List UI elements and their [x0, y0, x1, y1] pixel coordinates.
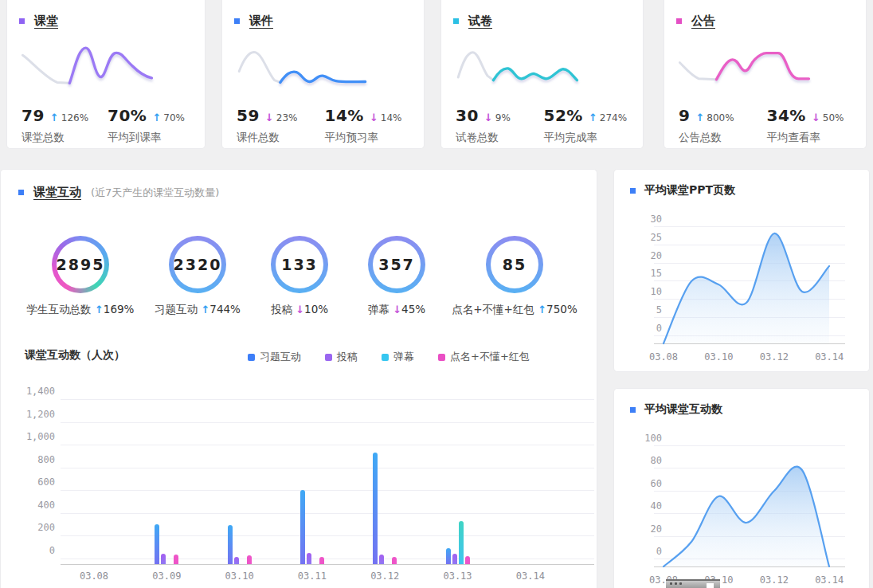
- slider-dots-icon: [670, 582, 682, 585]
- stat-value: 14%: [325, 106, 364, 125]
- legend-swatch-icon: [382, 354, 389, 361]
- trend-arrow-icon: ↑: [152, 112, 161, 123]
- legend-swatch-icon: [325, 354, 332, 361]
- stat-pct: 126%: [61, 112, 88, 123]
- bar-点名+不懂+红包-03.09: [174, 555, 178, 564]
- circle-value: 85: [503, 256, 527, 273]
- section-title-interaction[interactable]: 课堂互动: [33, 185, 81, 200]
- stat-label: 平均完成率: [544, 131, 632, 145]
- x-tick-label: 03.09: [139, 570, 194, 582]
- stat-value: 9: [679, 106, 690, 125]
- x-tick-label: 03.11: [284, 570, 340, 582]
- card-classroom: 课堂 79↑126% 课堂总数 70%↑70% 平均到课率: [6, 0, 206, 149]
- card-title-announcement[interactable]: 公告: [691, 14, 715, 29]
- stat-pct: 274%: [600, 112, 627, 123]
- circle-value: 133: [281, 256, 318, 273]
- stat-pct: 800%: [707, 112, 734, 123]
- bottom-slider-fragment[interactable]: [666, 579, 720, 588]
- y-tick-label: 200: [1, 522, 55, 533]
- bar-点名+不懂+红包-03.11: [319, 557, 324, 564]
- card-header: 课件: [222, 0, 424, 29]
- bar-投稿-03.12: [379, 555, 384, 564]
- card-header: 公告: [664, 0, 866, 29]
- card-courseware: 课件 59↓23% 课件总数 14%↓14% 平均预习率: [221, 0, 425, 149]
- card-title-courseware[interactable]: 课件: [249, 14, 273, 29]
- stat-label: 试卷总数: [456, 131, 544, 145]
- card-announcement: 公告 9↑800% 公告总数 34%↓50% 平均查看率: [664, 0, 867, 149]
- legend-label: 习题互动: [260, 350, 301, 364]
- card-testpaper: 试卷 30↓9% 试卷总数 52%↑274% 平均完成率: [440, 0, 644, 149]
- legend-swatch-icon: [438, 354, 445, 361]
- stat-pct: 70%: [163, 112, 185, 123]
- card-bullet-icon: [19, 18, 25, 24]
- card-header: 试卷: [441, 0, 643, 29]
- card-stats: 30↓9% 试卷总数 52%↑274% 平均完成率: [456, 106, 632, 145]
- avg-ppt-panel: 平均课堂PPT页数 30252015105003.0803.1003.1203.…: [613, 169, 870, 372]
- trend-arrow-icon: ↓: [393, 304, 401, 316]
- card-bullet-icon: [234, 18, 240, 24]
- card-title-classroom[interactable]: 课堂: [34, 14, 58, 29]
- bar-点名+不懂+红包-03.12: [392, 557, 397, 564]
- stat-col: 14%↓14% 平均预习率: [325, 106, 413, 145]
- gridline: [61, 490, 594, 491]
- circle-value: 357: [378, 256, 415, 273]
- legend-item-点名+不懂+红包[interactable]: 点名+不懂+红包: [438, 350, 530, 364]
- y-tick-label: 600: [1, 476, 55, 488]
- y-tick-label: 1,200: [1, 409, 55, 420]
- legend-item-投稿[interactable]: 投稿: [325, 350, 358, 364]
- slider-knob[interactable]: [707, 583, 714, 588]
- x-tick-label: 03.08: [66, 570, 122, 582]
- sparkline-color-segment: [493, 69, 577, 80]
- trend-arrow-icon: ↑: [589, 112, 597, 123]
- gridline: [61, 559, 594, 559]
- card-title-testpaper[interactable]: 试卷: [468, 14, 492, 29]
- sparkline-color-segment: [69, 48, 151, 83]
- progress-ring: 2895: [52, 236, 109, 293]
- stat-col: 79↑126% 课堂总数: [22, 106, 108, 145]
- legend-item-弹幕[interactable]: 弹幕: [382, 350, 414, 364]
- gridline: [61, 399, 594, 400]
- bar-弹幕-03.13: [459, 521, 464, 564]
- stat-col: 34%↓50% 平均查看率: [767, 106, 855, 145]
- sparkline-gray-segment: [22, 55, 69, 83]
- gridline: [61, 422, 594, 423]
- trend-arrow-icon: ↑: [201, 304, 209, 316]
- trend-arrow-icon: ↑: [50, 112, 59, 123]
- x-tick-label: 03.12: [357, 570, 413, 582]
- bar-点名+不懂+红包-03.10: [247, 555, 252, 564]
- stat-value: 30: [456, 106, 479, 125]
- bar-点名+不懂+红包-03.13: [465, 556, 470, 564]
- x-tick-label: 03.14: [503, 570, 558, 582]
- avg-interaction-panel: 平均课堂互动数 10080604020003.0803.1003.1203.14: [613, 388, 870, 588]
- card-stats: 79↑126% 课堂总数 70%↑70% 平均到课率: [22, 106, 194, 145]
- legend-item-习题互动[interactable]: 习题互动: [248, 350, 301, 364]
- trend-arrow-icon: ↓: [484, 112, 493, 123]
- stat-col: 70%↑70% 平均到课率: [108, 106, 194, 145]
- gridline: [61, 535, 594, 536]
- circle-label: 点名+不懂+红包 ↑750%: [435, 303, 594, 317]
- legend-label: 弹幕: [393, 350, 414, 364]
- stat-value: 52%: [544, 106, 583, 125]
- bar-习题互动-03.13: [446, 548, 451, 564]
- bar-chart-legend: 习题互动投稿弹幕点名+不懂+红包: [248, 350, 530, 364]
- stat-label: 课件总数: [237, 131, 325, 145]
- x-axis-line: [61, 564, 594, 565]
- progress-ring: 85: [486, 236, 543, 293]
- card-bullet-icon: [453, 18, 459, 24]
- stat-label: 课堂总数: [22, 131, 108, 145]
- testpaper-sparkline: [451, 39, 590, 96]
- section-subtitle: (近7天产生的课堂互动数量): [91, 186, 219, 200]
- section-header: 课堂互动 (近7天产生的课堂互动数量): [1, 170, 597, 200]
- legend-label: 投稿: [337, 350, 358, 364]
- courseware-sparkline: [232, 39, 371, 96]
- stat-col: 59↓23% 课件总数: [237, 106, 325, 145]
- area-curve: [614, 170, 871, 373]
- stat-value: 70%: [108, 106, 147, 125]
- stat-label: 平均到课率: [108, 131, 194, 145]
- stat-pct: 9%: [495, 112, 511, 123]
- stat-label: 公告总数: [679, 131, 767, 145]
- circle-stat-rollcall: 85 点名+不懂+红包 ↑750%: [435, 236, 594, 317]
- y-tick-label: 0: [1, 545, 55, 556]
- sparkline-gray-segment: [458, 53, 493, 80]
- progress-ring: 357: [368, 236, 425, 293]
